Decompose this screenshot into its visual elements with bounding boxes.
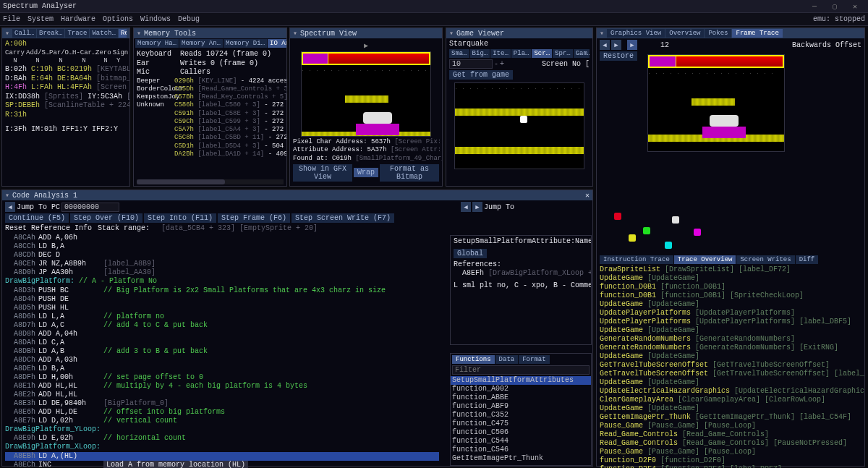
function-list-item[interactable]: function_A002: [451, 385, 591, 393]
reference-item[interactable]: A8EFh [DrawBigPlatform_XLoop + 4]: [454, 269, 588, 278]
tab-trace[interactable]: Trace: [65, 29, 89, 38]
tab-pokes[interactable]: Pokes: [705, 29, 731, 38]
tab-player[interactable]: Pla…: [511, 49, 532, 58]
memory-access-row[interactable]: C5D1h [label_D5D4 + 3] - 504 accesse: [137, 142, 284, 150]
trace-row[interactable]: DrawSpriteList [DrawSpriteList] [label_D…: [600, 265, 861, 274]
menu-windows[interactable]: Windows: [140, 15, 171, 23]
tab-registers[interactable]: Regis…: [119, 29, 127, 38]
tab-memdiff[interactable]: Memory Di…: [224, 39, 267, 48]
close-panel-icon[interactable]: ✕: [585, 191, 590, 200]
back-button[interactable]: ◀: [5, 202, 15, 212]
memory-access-row[interactable]: C591h [label_C58E + 3] - 272 acc: [137, 110, 284, 118]
tab-breakpoints[interactable]: Break…: [37, 29, 64, 38]
code-line[interactable]: A8EChINC Load A from memory location (HL…: [5, 461, 439, 469]
trace-row[interactable]: GetTravelTubeScreenOffset [GetTravelTube…: [600, 361, 861, 370]
tab-frame-trace[interactable]: Frame Trace: [732, 29, 782, 38]
collapse-icon[interactable]: ▾: [5, 29, 9, 38]
tab-sprites[interactable]: Spr…: [553, 49, 573, 58]
tab-memanalysis[interactable]: Memory An…: [179, 39, 223, 48]
code-line[interactable]: DrawBigPlatform_XLoop:: [5, 443, 439, 452]
function-list-item[interactable]: function_ABF9: [451, 402, 591, 411]
prev-frame-button[interactable]: ◀: [600, 40, 610, 50]
jump-back-button[interactable]: ◀: [461, 202, 471, 212]
trace-row[interactable]: UpdateGame [UpdateGame]: [600, 378, 861, 387]
menu-hardware[interactable]: Hardware: [61, 15, 95, 23]
trace-row[interactable]: UpdateGame [UpdateGame]: [600, 404, 861, 413]
tab-diff[interactable]: Diff: [796, 255, 819, 264]
code-line[interactable]: A8CChLD B,A: [5, 242, 439, 251]
code-line[interactable]: A8EBhLD A,(HL): [5, 452, 439, 461]
collapse-icon[interactable]: ▾: [137, 29, 141, 38]
code-line[interactable]: A8D0hJP AA30h[label_AA30]: [5, 268, 439, 277]
tab-items[interactable]: Ite…: [490, 49, 511, 58]
code-line[interactable]: A8D8hADD A,04h: [5, 330, 439, 339]
trace-row[interactable]: function_D0B1 [function_D0B1]: [600, 283, 861, 292]
filter-input[interactable]: [452, 365, 590, 375]
close-button[interactable]: ✕: [845, 2, 865, 11]
function-list-item[interactable]: SetupSmallPlatformAttributes: [451, 376, 591, 385]
continue-button[interactable]: Continue (F5): [5, 213, 69, 223]
menu-file[interactable]: File: [3, 15, 20, 23]
next-frame-button[interactable]: ▶: [611, 40, 621, 50]
collapse-icon[interactable]: ▾: [449, 29, 454, 38]
step-into-button[interactable]: Step Into (F11): [144, 213, 216, 223]
trace-row[interactable]: UpdatePlayerPlatforms [UpdatePlayerPlatf…: [600, 318, 861, 326]
trace-row[interactable]: Pause_Game [Pause_Game] [Pause_Loop]: [600, 448, 861, 456]
code-line[interactable]: A8E2hADD HL,HL: [5, 391, 439, 399]
code-line[interactable]: A8CEhJR NZ,A8B9h[label_A8B9]: [5, 260, 439, 268]
spectrum-screen[interactable]: [301, 51, 431, 137]
memory-access-row[interactable]: Beeper0296h [KEY_LINE] - 4224 accesses: [137, 77, 284, 85]
trace-row[interactable]: function_D2F4 [function_D2F4] [label_D0F…: [600, 465, 861, 468]
show-in-gfx-button[interactable]: Show in GFX View: [293, 164, 352, 182]
code-line[interactable]: A8CAhADD A,06h: [5, 234, 439, 242]
function-list-item[interactable]: function_C544: [451, 437, 591, 446]
code-line[interactable]: A8E9hLD E,02h// horizontal count: [5, 434, 439, 443]
memory-access-row[interactable]: C5A7h [label_C5A4 + 3] - 272 acc: [137, 126, 284, 134]
trace-list[interactable]: DrawSpriteList [DrawSpriteList] [label_D…: [600, 265, 861, 468]
tab-functions[interactable]: Functions: [452, 355, 495, 364]
trace-row[interactable]: Pause_Game [Pause_Game] [Pause_Loop]: [600, 422, 861, 430]
tab-overview[interactable]: Overview: [665, 29, 704, 38]
wrap-toggle[interactable]: Wrap: [354, 168, 378, 177]
code-line[interactable]: A8E3hLD DE,9840h[BigPlatform_0]: [5, 399, 439, 408]
play-button[interactable]: ▶: [627, 40, 637, 50]
trace-row[interactable]: ClearGameplayArea [ClearGameplayArea] [C…: [600, 396, 861, 404]
step-over-button[interactable]: Step Over (F10): [70, 213, 142, 223]
step-screen-write-button[interactable]: Step Screen Write (F7): [292, 213, 394, 223]
code-line[interactable]: A8DFhLD H,00h// set page offset to 0: [5, 373, 439, 382]
frame-trace-screen[interactable]: [647, 54, 785, 152]
trace-row[interactable]: GenerateRandomNumbers [GenerateRandomNum…: [600, 335, 861, 344]
trace-row[interactable]: UpdateElectricalHazardGraphics [UpdateEl…: [600, 387, 861, 396]
tab-screen-writes[interactable]: Screen Writes: [736, 255, 794, 264]
function-list-item[interactable]: function_C352: [451, 411, 591, 420]
menu-system[interactable]: System: [27, 15, 54, 23]
screen-no-input[interactable]: [449, 59, 493, 69]
code-line[interactable]: A8D4hPUSH DE: [5, 295, 439, 304]
code-line[interactable]: A8D7hLD A,C// add 4 to C & put back: [5, 321, 439, 330]
code-line[interactable]: A8E6hADD HL,DE// offset into big platfor…: [5, 408, 439, 417]
memory-access-row[interactable]: C59Ch [label_C599 + 3] - 272 acc: [137, 118, 284, 126]
code-line[interactable]: A8CDhDEC D: [5, 251, 439, 260]
memory-access-row[interactable]: KempstonJoyC57Bh [Read_Key_Controls + 5]…: [137, 93, 284, 101]
collapse-icon[interactable]: ▾: [293, 29, 297, 38]
memory-access-row[interactable]: UnknownC586h [label_C580 + 3] - 272 acc: [137, 101, 284, 109]
trace-row[interactable]: UpdateGame [UpdateGame]: [600, 274, 861, 283]
function-list-item[interactable]: GetItemImagePtr_Thunk: [451, 454, 591, 463]
get-from-game-button[interactable]: Get from game: [449, 70, 513, 80]
trace-row[interactable]: UpdateGame [UpdateGame]: [600, 300, 861, 309]
format-bitmap-button[interactable]: Format as Bitmap: [380, 164, 439, 182]
code-line[interactable]: DrawBigPlatform: // A - Platform No: [5, 277, 439, 286]
maximize-button[interactable]: ▢: [825, 2, 845, 11]
trace-row[interactable]: Read_Game_Controls [Read_Game_Controls] …: [600, 439, 861, 448]
trace-row[interactable]: Read_Game_Controls [Read_Game_Controls]: [600, 430, 861, 439]
function-list-item[interactable]: function_C506: [451, 428, 591, 437]
collapse-icon[interactable]: ▾: [5, 191, 9, 200]
disassembly-list[interactable]: A8CAhADD A,06h A8CChLD B,A A8CDhDEC D A8…: [5, 234, 439, 468]
code-line[interactable]: A8D5hPUSH HL: [5, 304, 439, 312]
memory-access-row[interactable]: BorderColourC55Dh [Read_Game_Controls + …: [137, 85, 284, 93]
tab-ioanalysis[interactable]: IO Analys…: [268, 39, 286, 48]
memory-access-row[interactable]: DA2Bh [label_DA1D + 14] - 4092 a: [137, 150, 284, 158]
trace-row[interactable]: GetTravelTubeScreenOffset [GetTravelTube…: [600, 370, 861, 378]
menu-options[interactable]: Options: [103, 15, 133, 23]
tab-data[interactable]: Data: [495, 355, 519, 364]
